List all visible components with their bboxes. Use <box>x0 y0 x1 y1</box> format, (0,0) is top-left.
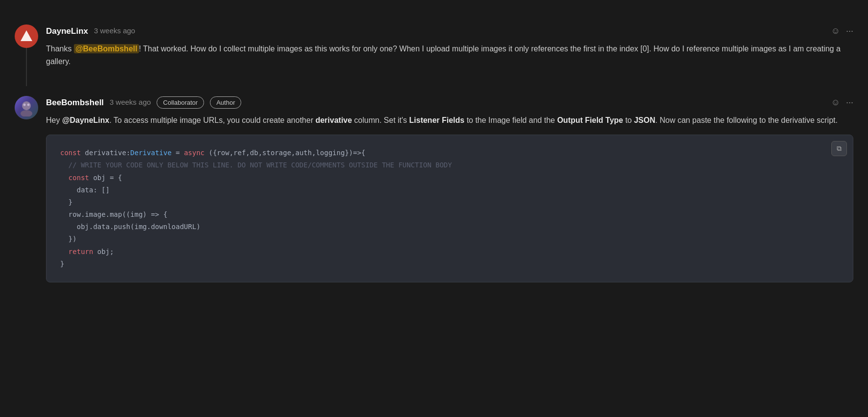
bee-avatar-image <box>15 96 38 119</box>
mention-beebombshell: @BeeBombshell <box>74 44 139 53</box>
code-line-8: }) <box>60 233 839 245</box>
code-content: const derivative:Derivative = async ({ro… <box>60 147 839 270</box>
code-line-6: row.image.map((img) => { <box>60 208 839 221</box>
mention-dayne: @DayneLinx <box>62 116 110 124</box>
dayne-more-button[interactable]: ··· <box>846 24 853 38</box>
dayne-avatar-icon <box>19 28 34 44</box>
code-line-9: return obj; <box>60 246 839 258</box>
code-block: ⧉ const derivative:Derivative = async ({… <box>46 135 853 282</box>
svg-point-4 <box>27 103 30 106</box>
comment-dayne: DayneLinx 3 weeks ago ☺ ··· Thanks @BeeB… <box>15 15 853 86</box>
svg-point-1 <box>22 101 31 110</box>
svg-marker-0 <box>21 30 32 41</box>
keyword-listener-fields: Listener Fields <box>409 116 464 124</box>
code-line-10: } <box>60 258 839 270</box>
avatar-bee <box>15 96 38 119</box>
bee-timestamp: 3 weeks ago <box>110 97 151 108</box>
code-line-2: // WRITE YOUR CODE ONLY BELOW THIS LINE.… <box>60 159 839 171</box>
bee-emoji-button[interactable]: ☺ <box>831 96 840 109</box>
svg-point-2 <box>21 110 32 116</box>
keyword-json: JSON <box>634 116 656 124</box>
keyword-derivative: derivative <box>316 116 352 124</box>
comments-container: DayneLinx 3 weeks ago ☺ ··· Thanks @BeeB… <box>0 10 868 297</box>
code-line-3: const obj = { <box>60 172 839 184</box>
avatar-dayne <box>15 24 38 48</box>
badge-collaborator: Collaborator <box>157 96 204 109</box>
badge-author: Author <box>210 96 241 109</box>
code-line-7: obj.data.push(img.downloadURL) <box>60 221 839 233</box>
comment-dayne-body: DayneLinx 3 weeks ago ☺ ··· Thanks @BeeB… <box>46 24 853 76</box>
dayne-emoji-button[interactable]: ☺ <box>831 24 840 38</box>
bee-avatar-icon <box>18 99 35 116</box>
dayne-timestamp: 3 weeks ago <box>94 25 135 37</box>
code-line-5: } <box>60 196 839 208</box>
thread-line <box>26 48 27 86</box>
bee-username: BeeBombshell <box>46 96 104 109</box>
keyword-output-field-type: Output Field Type <box>557 116 623 124</box>
svg-point-3 <box>23 103 26 106</box>
comment-dayne-header: DayneLinx 3 weeks ago ☺ ··· <box>46 24 853 38</box>
copy-button[interactable]: ⧉ <box>831 141 847 156</box>
bee-comment-text: Hey @DayneLinx. To access multiple image… <box>46 114 853 127</box>
comment-bee-header: BeeBombshell 3 weeks ago Collaborator Au… <box>46 96 853 109</box>
code-line-4: data: [] <box>60 184 839 196</box>
bee-more-button[interactable]: ··· <box>846 96 853 109</box>
comment-bee-body: BeeBombshell 3 weeks ago Collaborator Au… <box>46 96 853 282</box>
code-line-1: const derivative:Derivative = async ({ro… <box>60 147 839 159</box>
dayne-actions: ☺ ··· <box>831 24 853 38</box>
dayne-username: DayneLinx <box>46 25 88 38</box>
comment-bee: BeeBombshell 3 weeks ago Collaborator Au… <box>15 86 853 292</box>
dayne-comment-text: Thanks @BeeBombshell! That worked. How d… <box>46 43 853 69</box>
bee-actions: ☺ ··· <box>831 96 853 109</box>
